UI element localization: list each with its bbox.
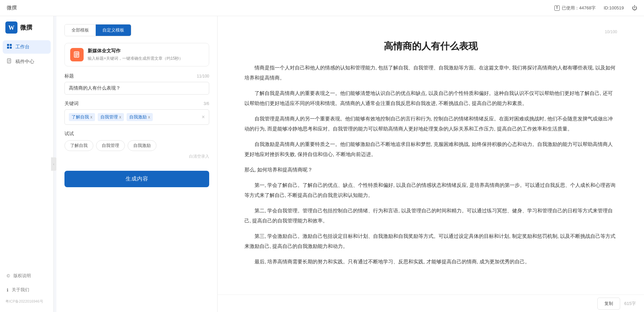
- sidebar-item-about[interactable]: ℹ 关于我们: [3, 283, 51, 296]
- suggestions-section: 试试 了解自我 自我管理 自我激励 白清空录入: [64, 131, 209, 159]
- content-para-0: 情商是指一个人对自己和他人的情感的认知和管理能力, 包括了解自我、自我管理、自我…: [244, 63, 617, 83]
- keyword-label-row: 关键词 3/6: [64, 101, 209, 107]
- tab-bar: 全部模板 自定义模板: [64, 24, 131, 36]
- sidebar-logo: W 微撰: [0, 21, 53, 40]
- svg-rect-2: [10, 44, 12, 46]
- title-counter: 11/100: [197, 74, 209, 79]
- title-label-row: 标题 11/100: [64, 73, 209, 79]
- keywords-box[interactable]: 了解自我 x 自我管理 x 自我激励 x ×: [64, 109, 209, 125]
- tab-custom-templates[interactable]: 自定义模板: [96, 24, 131, 36]
- template-title: 新媒体全文写作: [88, 48, 183, 54]
- about-label: 关于我们: [12, 287, 29, 293]
- keyword-tag-1: 自我管理 x: [98, 113, 124, 121]
- content-para-8: 最后, 培养高情商需要长期的努力和实践。只有通过不断地学习、反思和实践, 才能够…: [244, 257, 617, 267]
- logo-text: 微撰: [20, 23, 32, 32]
- content-footer: 复制 615字: [218, 295, 644, 312]
- drafts-label: 稿件中心: [15, 59, 34, 65]
- svg-text:W: W: [8, 24, 14, 31]
- template-description: 输入标题+关键词，一键准确生成所需文章（约15秒）: [88, 55, 183, 61]
- suggestions-empty[interactable]: 白清空录入: [64, 154, 209, 159]
- topbar-title: 微撰: [7, 5, 17, 11]
- sidebar-item-workspace[interactable]: 工作台: [3, 40, 51, 54]
- sidebar-bottom: © 版权说明 ℹ 关于我们: [0, 269, 53, 296]
- usage-info: T 已使用：44768字: [554, 5, 596, 11]
- workspace-label: 工作台: [15, 44, 30, 50]
- suggestion-btn-0[interactable]: 了解自我: [64, 140, 93, 151]
- keyword-remove-2[interactable]: x: [148, 115, 150, 119]
- right-panel: 10/100 高情商的人有什么表现 情商是指一个人对自己和他人的情感的认知和管理…: [218, 16, 644, 312]
- content-title: 高情商的人有什么表现: [244, 40, 617, 53]
- title-label: 标题: [64, 73, 74, 79]
- keyword-counter: 3/6: [203, 101, 209, 106]
- word-count: 615字: [624, 301, 636, 307]
- topbar-right: T 已使用：44768字 ID:100519 ⏻: [554, 5, 637, 11]
- collapse-button[interactable]: ‹: [51, 157, 56, 171]
- content-para-6: 第二, 学会自我管理。管理自己包括控制自己的情绪、行为和言语, 以及管理自己的时…: [244, 206, 617, 226]
- about-icon: ℹ: [7, 288, 8, 293]
- sidebar-nav: 工作台 稿件中心: [0, 40, 53, 68]
- suggestions-row: 了解自我 自我管理 自我激励: [64, 140, 209, 151]
- content-para-2: 自我管理是高情商人的另一个重要表现。他们能够有效地控制自己的言行和行为, 控制自…: [244, 114, 617, 134]
- keyword-remove-0[interactable]: x: [90, 115, 92, 119]
- tab-all-templates[interactable]: 全部模板: [65, 24, 96, 36]
- content-body: 情商是指一个人对自己和他人的情感的认知和管理能力, 包括了解自我、自我管理、自我…: [244, 63, 617, 267]
- title-input[interactable]: [64, 82, 209, 95]
- keyword-label: 关键词: [64, 101, 79, 107]
- template-info: 新媒体全文写作 输入标题+关键词，一键准确生成所需文章（约15秒）: [88, 48, 183, 61]
- sidebar-item-drafts[interactable]: 稿件中心: [3, 55, 51, 68]
- logo-icon: W: [5, 21, 17, 34]
- keywords-clear-btn[interactable]: ×: [202, 114, 205, 120]
- content-area: 10/100 高情商的人有什么表现 情商是指一个人对自己和他人的情感的认知和管理…: [218, 16, 644, 295]
- info-icon: T: [554, 5, 560, 11]
- suggestion-btn-1[interactable]: 自我管理: [96, 140, 125, 151]
- user-id: ID:100519: [604, 5, 624, 10]
- power-icon[interactable]: ⏻: [632, 5, 637, 11]
- svg-rect-1: [7, 44, 9, 46]
- main-content: 全部模板 自定义模板 新媒体全文写作 输入标题+关键词，一键准确生成所需文章（约…: [56, 16, 644, 312]
- suggestion-btn-2[interactable]: 自我激励: [128, 140, 156, 151]
- copyright-label: 版权说明: [13, 273, 31, 279]
- template-card[interactable]: 新媒体全文写作 输入标题+关键词，一键准确生成所需文章（约15秒）: [64, 43, 209, 66]
- content-para-7: 第三, 学会激励自己。激励自己包括设定目标和计划、自我激励和自我奖励等方式。可以…: [244, 231, 617, 251]
- content-para-4: 那么, 如何培养和提高情商呢？: [244, 165, 617, 175]
- content-counter: 10/100: [244, 30, 617, 34]
- drafts-icon: [7, 58, 12, 65]
- keyword-tag-0: 了解自我 x: [69, 113, 95, 121]
- layout: W 微撰 工作台: [0, 16, 644, 312]
- generate-button[interactable]: 生成内容: [64, 171, 209, 187]
- keyword-text-2: 自我激励: [129, 114, 147, 120]
- workspace-icon: [7, 44, 12, 50]
- title-section: 标题 11/100: [64, 73, 209, 95]
- sidebar-item-copyright[interactable]: © 版权说明: [3, 269, 51, 282]
- svg-rect-4: [10, 47, 12, 49]
- copy-button[interactable]: 复制: [597, 298, 620, 310]
- topbar: 微撰 T 已使用：44768字 ID:100519 ⏻: [0, 0, 644, 16]
- usage-label: 已使用：44768字: [562, 5, 596, 11]
- copyright-icon: ©: [7, 273, 10, 278]
- content-para-5: 第一, 学会了解自己。了解自己的优点、缺点、个性特质和偏好, 以及自己的情感状态…: [244, 180, 617, 200]
- sidebar-icp: 粤ICP备2022016946号: [0, 296, 53, 307]
- generate-btn-wrap: 生成内容: [64, 165, 209, 187]
- template-card-icon: [70, 48, 84, 61]
- sidebar: W 微撰 工作台: [0, 16, 54, 312]
- svg-rect-3: [7, 47, 9, 49]
- keyword-text-0: 了解自我: [72, 114, 89, 120]
- keyword-text-1: 自我管理: [100, 114, 118, 120]
- keyword-tag-2: 自我激励 x: [127, 113, 153, 121]
- keyword-remove-1[interactable]: x: [119, 115, 121, 119]
- left-panel: 全部模板 自定义模板 新媒体全文写作 输入标题+关键词，一键准确生成所需文章（约…: [56, 16, 218, 312]
- keyword-section: 关键词 3/6 了解自我 x 自我管理 x 自我激励 x: [64, 101, 209, 125]
- suggestions-label: 试试: [64, 131, 209, 137]
- content-para-1: 了解自我是高情商人的重要表现之一。他们能够清楚地认识自己的优点和缺点, 以及自己…: [244, 88, 617, 108]
- content-para-3: 自我激励是高情商人的重要特质之一。他们能够激励自己不断地追求目标和梦想, 克服困…: [244, 139, 617, 159]
